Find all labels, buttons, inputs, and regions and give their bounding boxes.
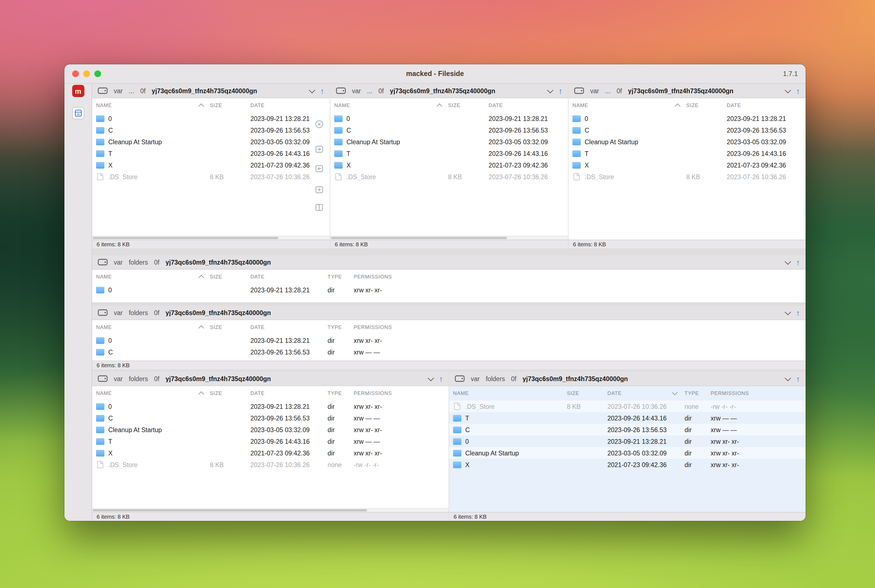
column-header-permissions[interactable]: PERMISSIONS (711, 390, 801, 396)
horizontal-scrollbar[interactable] (330, 236, 568, 240)
file-row[interactable]: C 2023-09-26 13:56.53 (92, 124, 330, 136)
column-header-type[interactable]: TYPE (328, 274, 354, 280)
column-header-date[interactable]: DATE (250, 390, 328, 396)
column-header-size[interactable]: SIZE (210, 274, 250, 280)
file-row[interactable]: C 2023-09-26 13:56.53 (568, 124, 806, 136)
go-up-icon[interactable]: ↑ (796, 87, 800, 94)
path-dropdown-icon[interactable] (785, 375, 791, 381)
file-row[interactable]: C 2023-09-26 13:56.53 dir xrw — — (92, 346, 806, 358)
path-segment[interactable]: var (114, 87, 123, 94)
column-header-name[interactable]: NAME (96, 274, 210, 280)
path-segment[interactable]: 0f (154, 259, 159, 266)
file-row[interactable]: Cleanup At Startup 2023-03-05 03:32.09 d… (449, 447, 806, 459)
column-header-name[interactable]: NAME (334, 103, 448, 108)
file-row[interactable]: Cleanup At Startup 2023-03-05 03:32.09 (568, 136, 806, 147)
column-header-name[interactable]: NAME (96, 103, 210, 108)
drive-icon[interactable] (336, 87, 346, 94)
drive-icon[interactable] (98, 258, 108, 266)
file-row[interactable]: X 2021-07-23 09:42.36 (568, 159, 806, 171)
column-header-name[interactable]: NAME (96, 390, 210, 396)
column-header-type[interactable]: TYPE (328, 324, 354, 330)
drive-icon[interactable] (574, 87, 584, 94)
file-row[interactable]: X 2021-07-23 09:42.36 dir xrw xr- xr- (92, 447, 449, 459)
move-into-pane-button[interactable] (314, 144, 324, 154)
path-segment[interactable]: var (114, 375, 123, 382)
path-segment[interactable]: 0f (378, 87, 383, 94)
column-header-name[interactable]: NAME (573, 103, 686, 108)
path-current-folder[interactable]: yj73qc6s0m9_tfnz4h735qz40000gn (152, 87, 257, 94)
file-row[interactable]: 0 2023-09-21 13:28.21 (92, 112, 330, 124)
path-segment[interactable]: folders (129, 375, 148, 382)
path-current-folder[interactable]: yj73qc6s0m9_tfnz4h735qz40000gn (628, 87, 734, 94)
column-header-date[interactable]: DATE (250, 274, 328, 280)
file-row[interactable]: T 2023-09-26 14:43.16 dir xrw — — (92, 435, 449, 447)
go-up-icon[interactable]: ↑ (796, 375, 800, 382)
zoom-window-button[interactable] (95, 70, 101, 77)
file-row[interactable]: Cleanup At Startup 2023-03-05 03:32.09 (330, 136, 568, 147)
path-segment[interactable]: folders (129, 259, 148, 266)
clone-pane-button[interactable] (314, 202, 324, 212)
close-window-button[interactable] (72, 70, 79, 77)
add-pane-button[interactable] (314, 185, 324, 194)
column-header-size[interactable]: SIZE (210, 390, 250, 396)
column-header-size[interactable]: SIZE (210, 324, 250, 330)
file-row[interactable]: X 2021-07-23 09:42.36 (92, 159, 330, 171)
path-dropdown-icon[interactable] (547, 87, 553, 93)
path-current-folder[interactable]: yj73qc6s0m9_tfnz4h735qz40000gn (165, 259, 271, 266)
file-row[interactable]: 0 2023-09-21 13:28.21 dir xrw xr- xr- (449, 435, 806, 447)
path-segment[interactable]: var (114, 259, 123, 266)
column-header-date[interactable]: DATE (250, 324, 328, 330)
file-row[interactable]: 0 2023-09-21 13:28.21 dir xrw xr- xr- (92, 400, 449, 412)
path-segment[interactable]: folders (129, 309, 148, 316)
scrollbar-thumb[interactable] (93, 237, 278, 239)
file-row[interactable]: .DS_Store 8 KB 2023-07-26 10:36.26 (330, 171, 568, 183)
column-header-permissions[interactable]: PERMISSIONS (354, 324, 801, 330)
file-row[interactable]: .DS_Store 8 KB 2023-07-26 10:36.26 (568, 171, 806, 183)
path-current-folder[interactable]: yj73qc6s0m9_tfnz4h735qz40000gn (165, 375, 271, 382)
close-pane-button[interactable] (314, 119, 324, 129)
path-dropdown-icon[interactable] (785, 309, 791, 315)
path-dropdown-icon[interactable] (309, 87, 315, 93)
file-row[interactable]: C 2023-09-26 13:56.53 dir xrw — — (449, 424, 806, 435)
horizontal-scrollbar[interactable] (92, 236, 330, 240)
column-header-name[interactable]: NAME (96, 324, 210, 330)
path-ellipsis[interactable]: ... (605, 87, 610, 94)
path-segment[interactable]: var (114, 309, 123, 316)
file-row[interactable]: T 2023-09-26 14:43.16 (568, 147, 806, 159)
path-segment[interactable]: var (590, 87, 599, 94)
go-up-icon[interactable]: ↑ (796, 309, 800, 316)
path-dropdown-icon[interactable] (428, 375, 434, 381)
column-header-size[interactable]: SIZE (210, 103, 250, 108)
go-up-icon[interactable]: ↑ (559, 87, 562, 94)
path-segment[interactable]: folders (486, 375, 505, 382)
column-header-type[interactable]: TYPE (684, 390, 711, 396)
file-row[interactable]: X 2021-07-23 09:42.36 (330, 159, 568, 171)
column-header-size[interactable]: SIZE (686, 103, 727, 108)
path-current-folder[interactable]: yj73qc6s0m9_tfnz4h735qz40000gn (522, 375, 628, 382)
drive-icon[interactable] (98, 375, 108, 382)
drive-icon[interactable] (98, 87, 108, 94)
path-current-folder[interactable]: yj73qc6s0m9_tfnz4h735qz40000gn (390, 87, 495, 94)
go-up-icon[interactable]: ↑ (796, 258, 800, 266)
path-segment[interactable]: 0f (511, 375, 516, 382)
go-up-icon[interactable]: ↑ (320, 87, 324, 94)
file-row[interactable]: X 2021-07-23 09:42.36 dir xrw xr- xr- (449, 459, 806, 470)
save-layout-button[interactable] (72, 107, 84, 119)
file-row[interactable]: T 2023-09-26 14:43.16 (330, 147, 568, 159)
file-row[interactable]: .DS_Store 8 KB 2023-07-26 10:36.26 none … (449, 400, 806, 412)
path-ellipsis[interactable]: ... (367, 87, 372, 94)
drive-icon[interactable] (98, 309, 108, 316)
horizontal-scrollbar[interactable] (92, 508, 449, 512)
path-segment[interactable]: var (352, 87, 361, 94)
file-row[interactable]: T 2023-09-26 14:43.16 (92, 147, 330, 159)
copy-into-pane-button[interactable] (314, 164, 324, 173)
path-segment[interactable]: 0f (140, 87, 146, 94)
drive-icon[interactable] (455, 375, 465, 382)
file-row[interactable]: C 2023-09-26 13:56.53 dir xrw — — (92, 412, 449, 424)
file-row[interactable]: 0 2023-09-21 13:28.21 (330, 112, 568, 124)
column-header-name[interactable]: NAME (453, 390, 567, 396)
column-header-size[interactable]: SIZE (567, 390, 607, 396)
column-header-date[interactable]: DATE (727, 103, 801, 108)
path-dropdown-icon[interactable] (785, 87, 791, 93)
file-row[interactable]: C 2023-09-26 13:56.53 (330, 124, 568, 136)
